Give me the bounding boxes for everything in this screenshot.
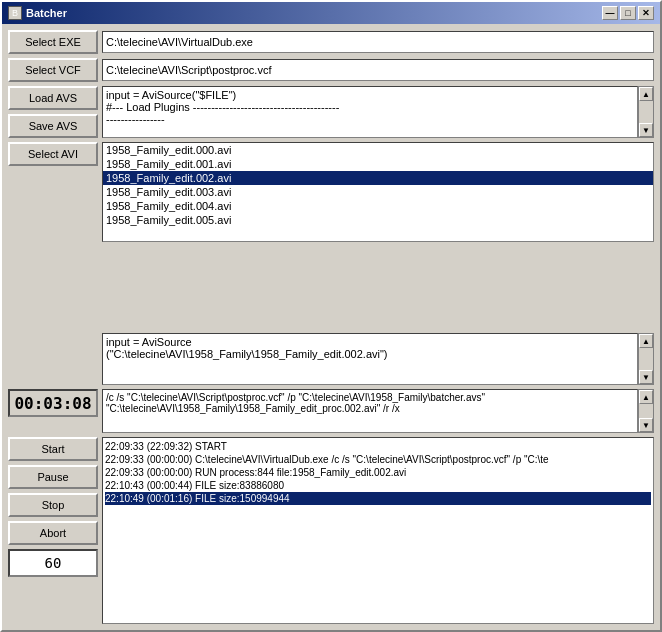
avi-list[interactable]: 1958_Family_edit.000.avi1958_Family_edit… (102, 142, 654, 242)
abort-button[interactable]: Abort (8, 521, 98, 545)
save-avs-button[interactable]: Save AVS (8, 114, 98, 138)
select-vcf-button[interactable]: Select VCF (8, 58, 98, 82)
avi-list-item[interactable]: 1958_Family_edit.001.avi (103, 157, 653, 171)
avi-section: Select AVI 1958_Family_edit.000.avi1958_… (8, 142, 654, 329)
timer-row: 00:03:08 ▲ ▼ (8, 389, 654, 433)
avi-list-item[interactable]: 1958_Family_edit.003.avi (103, 185, 653, 199)
avs-scroll-up[interactable]: ▲ (639, 87, 653, 101)
command-textarea[interactable] (102, 389, 638, 433)
control-buttons: Start Pause Stop Abort 60 (8, 437, 98, 624)
title-buttons: — □ ✕ (602, 6, 654, 20)
select-exe-button[interactable]: Select EXE (8, 30, 98, 54)
script-preview-scrollbar: ▲ ▼ (638, 333, 654, 385)
window-icon: B (8, 6, 22, 20)
frames-display: 60 (8, 549, 98, 577)
log-item: 22:09:33 (00:00:00) C:\telecine\AVI\Virt… (105, 453, 651, 466)
content-area: Select EXE Select VCF Load AVS Save AVS … (2, 24, 660, 630)
select-avi-button[interactable]: Select AVI (8, 142, 98, 166)
script-scroll-track (639, 348, 653, 370)
maximize-button[interactable]: □ (620, 6, 636, 20)
log-area: 22:09:33 (22:09:32) START22:09:33 (00:00… (102, 437, 654, 624)
exe-row: Select EXE (8, 30, 654, 54)
exe-path-input[interactable] (102, 31, 654, 53)
avi-list-item[interactable]: 1958_Family_edit.002.avi (103, 171, 653, 185)
cmd-scroll-up[interactable]: ▲ (639, 390, 653, 404)
bottom-section: Start Pause Stop Abort 60 22:09:33 (22:0… (8, 437, 654, 624)
avs-scroll-down[interactable]: ▼ (639, 123, 653, 137)
avi-list-item[interactable]: 1958_Family_edit.004.avi (103, 199, 653, 213)
load-avs-button[interactable]: Load AVS (8, 86, 98, 110)
cmd-scroll-down[interactable]: ▼ (639, 418, 653, 432)
vcf-path-input[interactable] (102, 59, 654, 81)
avs-buttons-row: Load AVS Save AVS ▲ ▼ (8, 86, 654, 138)
avi-list-item[interactable]: 1958_Family_edit.000.avi (103, 143, 653, 157)
minimize-button[interactable]: — (602, 6, 618, 20)
script-scroll-up[interactable]: ▲ (639, 334, 653, 348)
log-item: 22:10:43 (00:00:44) FILE size:83886080 (105, 479, 651, 492)
avs-scrollbar: ▲ ▼ (638, 86, 654, 138)
command-scrollbar: ▲ ▼ (638, 389, 654, 433)
log-item: 22:09:33 (22:09:32) START (105, 440, 651, 453)
timer-display: 00:03:08 (8, 389, 98, 417)
avs-textarea[interactable] (102, 86, 638, 138)
script-scroll-down[interactable]: ▼ (639, 370, 653, 384)
start-button[interactable]: Start (8, 437, 98, 461)
stop-button[interactable]: Stop (8, 493, 98, 517)
script-preview-row: ▲ ▼ (8, 333, 654, 385)
title-bar: B Batcher — □ ✕ (2, 2, 660, 24)
main-window: B Batcher — □ ✕ Select EXE Select VCF Lo… (0, 0, 662, 632)
log-item: 22:09:33 (00:00:00) RUN process:844 file… (105, 466, 651, 479)
close-button[interactable]: ✕ (638, 6, 654, 20)
window-title: Batcher (26, 7, 602, 19)
script-preview-textarea[interactable] (102, 333, 638, 385)
avi-list-item[interactable]: 1958_Family_edit.005.avi (103, 213, 653, 227)
cmd-scroll-track (639, 404, 653, 418)
log-item: 22:10:49 (00:01:16) FILE size:150994944 (105, 492, 651, 505)
avs-scroll-track (639, 101, 653, 123)
vcf-row: Select VCF (8, 58, 654, 82)
pause-button[interactable]: Pause (8, 465, 98, 489)
